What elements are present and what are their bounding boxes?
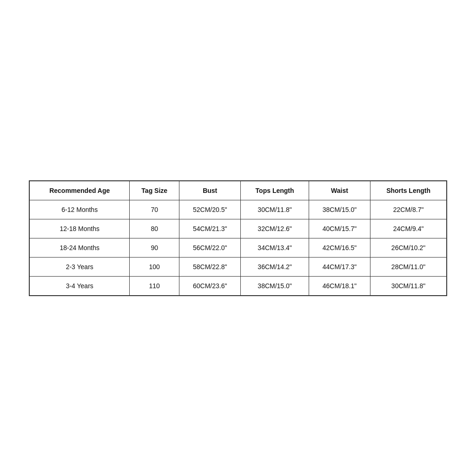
cell-tag-size: 80 bbox=[130, 219, 179, 238]
cell-tops-length: 38CM/15.0" bbox=[241, 276, 309, 295]
table-row: 3-4 Years11060CM/23.6"38CM/15.0"46CM/18.… bbox=[30, 276, 447, 295]
header-waist: Waist bbox=[309, 181, 370, 200]
cell-tag-size: 90 bbox=[130, 238, 179, 257]
cell-waist: 42CM/16.5" bbox=[309, 238, 370, 257]
size-chart-container: Recommended Age Tag Size Bust Tops Lengt… bbox=[29, 180, 447, 296]
cell-shorts-length: 30CM/11.8" bbox=[370, 276, 447, 295]
cell-bust: 56CM/22.0" bbox=[179, 238, 240, 257]
cell-age: 2-3 Years bbox=[30, 257, 130, 276]
cell-shorts-length: 22CM/8.7" bbox=[370, 200, 447, 219]
cell-shorts-length: 26CM/10.2" bbox=[370, 238, 447, 257]
header-recommended-age: Recommended Age bbox=[30, 181, 130, 200]
table-header-row: Recommended Age Tag Size Bust Tops Lengt… bbox=[30, 181, 447, 200]
cell-tops-length: 32CM/12.6" bbox=[241, 219, 309, 238]
size-chart-table: Recommended Age Tag Size Bust Tops Lengt… bbox=[29, 181, 447, 296]
cell-bust: 52CM/20.5" bbox=[179, 200, 240, 219]
cell-waist: 46CM/18.1" bbox=[309, 276, 370, 295]
cell-age: 12-18 Months bbox=[30, 219, 130, 238]
table-row: 2-3 Years10058CM/22.8"36CM/14.2"44CM/17.… bbox=[30, 257, 447, 276]
cell-tops-length: 30CM/11.8" bbox=[241, 200, 309, 219]
cell-tops-length: 36CM/14.2" bbox=[241, 257, 309, 276]
cell-waist: 38CM/15.0" bbox=[309, 200, 370, 219]
cell-waist: 44CM/17.3" bbox=[309, 257, 370, 276]
cell-age: 3-4 Years bbox=[30, 276, 130, 295]
header-shorts-length: Shorts Length bbox=[370, 181, 447, 200]
table-row: 12-18 Months8054CM/21.3"32CM/12.6"40CM/1… bbox=[30, 219, 447, 238]
cell-shorts-length: 24CM/9.4" bbox=[370, 219, 447, 238]
cell-shorts-length: 28CM/11.0" bbox=[370, 257, 447, 276]
header-tag-size: Tag Size bbox=[130, 181, 179, 200]
header-bust: Bust bbox=[179, 181, 240, 200]
cell-bust: 60CM/23.6" bbox=[179, 276, 240, 295]
cell-tag-size: 110 bbox=[130, 276, 179, 295]
table-row: 18-24 Months9056CM/22.0"34CM/13.4"42CM/1… bbox=[30, 238, 447, 257]
cell-tag-size: 70 bbox=[130, 200, 179, 219]
cell-waist: 40CM/15.7" bbox=[309, 219, 370, 238]
header-tops-length: Tops Length bbox=[241, 181, 309, 200]
table-row: 6-12 Months7052CM/20.5"30CM/11.8"38CM/15… bbox=[30, 200, 447, 219]
cell-tag-size: 100 bbox=[130, 257, 179, 276]
cell-tops-length: 34CM/13.4" bbox=[241, 238, 309, 257]
cell-bust: 54CM/21.3" bbox=[179, 219, 240, 238]
cell-age: 18-24 Months bbox=[30, 238, 130, 257]
cell-age: 6-12 Months bbox=[30, 200, 130, 219]
cell-bust: 58CM/22.8" bbox=[179, 257, 240, 276]
